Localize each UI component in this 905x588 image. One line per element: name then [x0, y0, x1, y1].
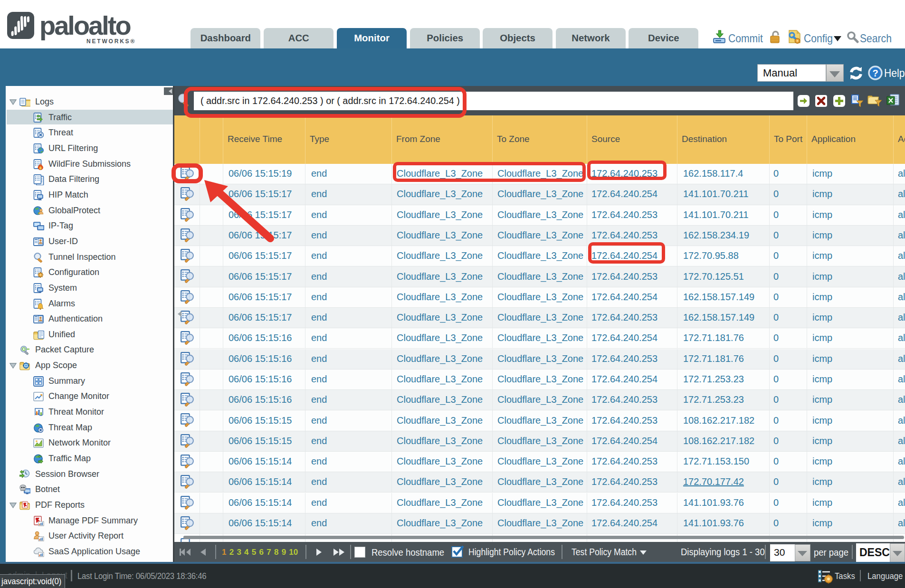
svg-text:?: ?	[872, 68, 878, 78]
svg-text:NETWORKS®: NETWORKS®	[86, 38, 136, 45]
svg-text:paloalto: paloalto	[39, 11, 131, 40]
